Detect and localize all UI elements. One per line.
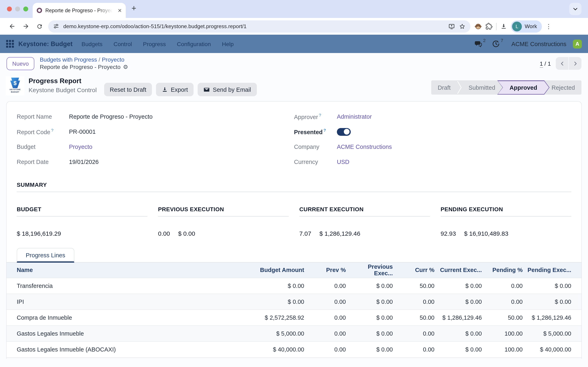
url-bar[interactable]: demo.keystone-erp.com/odoo/action-515/1/… <box>48 20 470 33</box>
column-header-pending[interactable]: Pending % <box>484 263 524 278</box>
field-label-budget: Budget <box>17 143 69 150</box>
field-currency: CurrencyUSD <box>294 157 571 166</box>
help-icon: ? <box>51 128 53 133</box>
pager-count[interactable]: 1 / 1 <box>540 60 551 67</box>
field-value-company[interactable]: ACME Constructions <box>337 143 392 150</box>
summary-card-values: $ 18,196,619.29 <box>17 230 147 237</box>
nav-menu-control[interactable]: Control <box>113 41 132 47</box>
field-label-company: Company <box>294 143 337 150</box>
column-header-curr[interactable]: Curr % <box>394 263 436 278</box>
browser-menu-icon[interactable]: ⋮ <box>545 23 552 30</box>
zoom-window-button[interactable] <box>23 7 28 11</box>
site-settings-icon <box>53 23 59 29</box>
column-header-previous-exec[interactable]: Previous Exec... <box>347 263 394 278</box>
install-app-icon[interactable] <box>448 23 455 30</box>
cell-previous-exec: $ 0.00 <box>347 341 394 357</box>
app-name[interactable]: Keystone: Budget <box>18 40 72 48</box>
table-row-comisiones-corredores-cavenas[interactable]: Comisiones Corredores Cavenas$ 325,736.0… <box>7 357 581 359</box>
column-header-current-exec[interactable]: Current Exec... <box>436 263 484 278</box>
cell-prev: 0.00 <box>306 341 347 357</box>
send-by-email-button[interactable]: Send by Email <box>198 83 257 96</box>
breadcrumb-current: Reporte de Progreso - Proyecto <box>40 63 121 71</box>
tab-search-button[interactable] <box>569 3 581 15</box>
pager-next-button[interactable] <box>569 57 581 70</box>
profile-avatar: L <box>512 21 522 31</box>
tab-progress-lines[interactable]: Progress Lines <box>17 248 74 263</box>
export-button[interactable]: Export <box>156 83 194 96</box>
field-value-approver[interactable]: Administrator <box>337 113 372 120</box>
downloads-icon[interactable] <box>500 23 507 30</box>
field-value-currency[interactable]: USD <box>337 159 349 165</box>
back-arrow-icon <box>8 23 15 30</box>
summary-card-label: PENDING EXECUTION <box>441 206 571 212</box>
cell-current-exec: $ 0.00 <box>436 357 484 359</box>
notebook: Progress Lines NameBudget AmountPrev %Pr… <box>7 248 581 359</box>
browser-tab[interactable]: Reporte de Progreso - Proyec × <box>33 3 126 18</box>
user-avatar[interactable]: A <box>573 39 582 48</box>
table-header-row: NameBudget AmountPrev %Previous Exec...C… <box>7 263 581 278</box>
close-window-button[interactable] <box>7 7 12 11</box>
chevron-left-icon <box>559 60 565 67</box>
bookmark-star-icon[interactable] <box>459 23 466 30</box>
pager-previous-button[interactable] <box>556 57 568 70</box>
cell-pending: 0.00 <box>484 278 524 294</box>
summary-card-label: CURRENT EXECUTION <box>299 206 430 212</box>
column-header-pending-exec[interactable]: Pending Exec... <box>524 263 581 278</box>
reload-button[interactable] <box>33 19 47 33</box>
cell-curr: 0.00 <box>394 325 436 341</box>
minimize-window-button[interactable] <box>15 7 20 11</box>
nav-menu-configuration[interactable]: Configuration <box>177 41 211 47</box>
status-step-rejected[interactable]: Rejected <box>545 80 581 95</box>
table-row-gastos-legales-inmueble-abocaxi[interactable]: Gastos Legales Inmueble (ABOCAXI)$ 40,00… <box>7 341 581 357</box>
browser-profile-chip[interactable]: L Work <box>511 20 542 33</box>
reset-to-draft-button[interactable]: Reset to Draft <box>104 83 152 96</box>
status-bar: DraftSubmittedApprovedRejected <box>431 80 581 95</box>
summary-card-divider <box>158 216 289 217</box>
table-row-compra-de-inmueble[interactable]: Compra de Inmueble$ 2,572,258.920.00$ 0.… <box>7 309 581 325</box>
field-label-report-date: Report Date <box>17 159 69 165</box>
status-step-draft[interactable]: Draft <box>431 80 457 95</box>
table-row-transferencia[interactable]: Transferencia$ 0.000.00$ 0.0050.00$ 0.00… <box>7 278 581 294</box>
nav-menu-progress[interactable]: Progress <box>143 41 166 47</box>
field-budget: BudgetProyecto <box>17 142 294 151</box>
extensions-puzzle-icon[interactable] <box>485 23 493 30</box>
new-tab-button[interactable]: + <box>131 4 136 13</box>
cell-previous-exec: $ 0.00 <box>347 357 394 359</box>
apps-grid-icon[interactable] <box>6 40 14 48</box>
navbar-right: 2 7 ACME Constructions A <box>475 39 582 48</box>
messages-button[interactable]: 2 <box>475 40 485 48</box>
cell-budget-amount: $ 325,736.00 <box>199 357 306 359</box>
monkey-extension-icon[interactable] <box>475 23 482 30</box>
status-step-approved[interactable]: Approved <box>497 80 550 95</box>
activities-button[interactable]: 7 <box>492 40 503 48</box>
column-header-prev[interactable]: Prev % <box>306 263 347 278</box>
reload-icon <box>36 23 43 30</box>
breadcrumb-link-budgets-with-progress[interactable]: Budgets with Progress <box>40 56 97 63</box>
url-text[interactable]: demo.keystone-erp.com/odoo/action-515/1/… <box>63 23 444 29</box>
new-record-button[interactable]: Nuevo <box>7 57 35 70</box>
tab-close-icon[interactable]: × <box>118 7 122 14</box>
nav-menu-budgets[interactable]: Budgets <box>81 41 103 47</box>
form-action-buttons: Reset to Draft Export Send by Email <box>104 83 257 96</box>
toolbar-divider <box>496 23 497 30</box>
field-value-budget[interactable]: Proyecto <box>69 143 92 150</box>
breadcrumb-link-proyecto[interactable]: Proyecto <box>102 56 125 63</box>
cell-name: Compra de Inmueble <box>7 309 199 325</box>
column-header-name[interactable]: Name <box>7 263 199 278</box>
cell-current-exec: $ 0.00 <box>436 325 484 341</box>
record-actions-gear-icon[interactable]: ⚙ <box>123 63 128 71</box>
status-step-submitted[interactable]: Submitted <box>462 80 502 95</box>
back-button[interactable] <box>5 19 19 33</box>
company-switcher[interactable]: ACME Constructions <box>511 41 566 47</box>
cell-previous-exec: $ 0.00 <box>347 278 394 294</box>
column-header-budget-amount[interactable]: Budget Amount <box>199 263 306 278</box>
cell-budget-amount: $ 5,000.00 <box>199 325 306 341</box>
activity-clock-icon <box>492 40 500 48</box>
nav-menu-help[interactable]: Help <box>222 41 234 47</box>
table-row-ipi[interactable]: IPI$ 0.000.00$ 0.000.00$ 0.000.00$ 0.00 <box>7 294 581 309</box>
toggle-presented[interactable] <box>337 128 351 136</box>
table-row-gastos-legales-inmueble[interactable]: Gastos Legales Inmueble$ 5,000.000.00$ 0… <box>7 325 581 341</box>
summary-card-divider <box>17 216 147 217</box>
forward-button[interactable] <box>19 19 33 33</box>
forward-arrow-icon <box>22 23 29 30</box>
